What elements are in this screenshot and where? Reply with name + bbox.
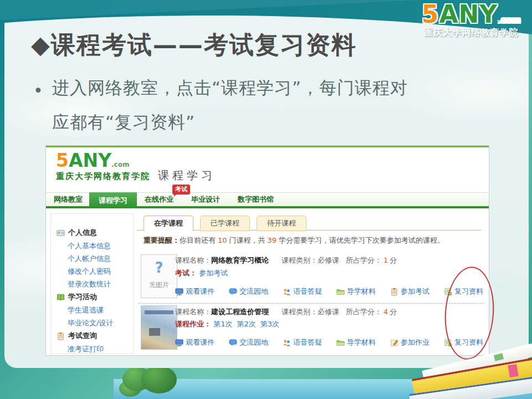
- credit-unit: 分: [390, 256, 397, 264]
- people-icon: [283, 339, 291, 347]
- portal-logo[interactable]: 5ANY.com 重庆大学网络教育学院: [56, 151, 150, 181]
- logo-com: .com: [498, 16, 521, 24]
- bullet-marker: •: [33, 81, 43, 100]
- credit-label: 所占学分：: [346, 256, 382, 264]
- clipboard-icon: [57, 332, 65, 340]
- course-name-label: 课程名称：: [175, 256, 211, 264]
- course1-exam-line: 考试： 参加考试: [175, 268, 487, 278]
- link-label: 参加考试: [401, 287, 429, 296]
- exam-label: 考试：: [175, 269, 197, 277]
- watch-courseware-link[interactable]: 观看课件: [175, 337, 214, 347]
- link-label: 交流园地: [239, 337, 268, 347]
- chat-bubble-icon: [229, 339, 237, 347]
- sidebar: 个人信息 个人基本信息 个人帐户信息 修改个人密码 登录次数统计 学习活动 学生…: [50, 213, 134, 354]
- course1-info-line: 课程名称：网络教育学习概论 课程类别：必修课 所占学分：1分: [175, 255, 487, 265]
- voice-qa-link[interactable]: 语音答疑: [283, 287, 322, 296]
- forum-link[interactable]: 交流园地: [229, 337, 268, 347]
- homework-1-link[interactable]: 第1次: [213, 319, 232, 329]
- logo-any: ANY: [439, 0, 498, 28]
- link-label: 导学材料: [347, 287, 376, 296]
- books-illustration: [393, 338, 532, 399]
- org-name: 重庆大学网络教育学院: [422, 28, 521, 37]
- sidebar-item-login-stats[interactable]: 登录次数统计: [51, 278, 133, 290]
- portal-screenshot: 5ANY.com 重庆大学网络教育学院 课程学习 网络教室 课程学习 在线作业 …: [45, 145, 489, 356]
- course-name: 建设工程造价管理: [211, 308, 269, 316]
- course-name: 网络教育学习概论: [211, 256, 269, 264]
- tab-finished-courses[interactable]: 已学课程: [200, 216, 250, 231]
- exam-badge: 考试: [172, 185, 190, 195]
- row-separator: [138, 303, 485, 304]
- course1-action-links: 观看课件 交流园地 语音答疑 导学材料 参加考试: [175, 287, 483, 296]
- notice-text: 你目前还有: [180, 236, 216, 244]
- sidebar-group-personal-info: 个人信息: [51, 226, 133, 239]
- monitor-icon: [175, 288, 183, 296]
- sidebar-item-drop-course[interactable]: 学生退选课: [51, 304, 133, 316]
- portal-page-title: 课程学习: [158, 168, 216, 183]
- link-label: 交流园地: [239, 287, 268, 296]
- homework-label: 课程作业：: [175, 320, 211, 328]
- credit-unit: 分: [390, 308, 397, 316]
- nav-item-graduation-design[interactable]: 毕业设计: [191, 195, 220, 204]
- link-label: 语音答疑: [293, 287, 322, 296]
- monitor-icon: [175, 339, 183, 347]
- homework-3-link[interactable]: 第3次: [260, 319, 279, 329]
- important-notice: 重要提醒：你目前还有10门课程，共39学分需要学习，请优先学习下次要参加考试的课…: [144, 236, 484, 245]
- credit-label: 所占学分：: [346, 308, 382, 316]
- voice-qa-link[interactable]: 语音答疑: [283, 337, 322, 347]
- notice-text: 学分需要学习，请优先学习下次要参加考试的课程。: [279, 236, 444, 244]
- sidebar-item-change-password[interactable]: 修改个人密码: [51, 265, 133, 278]
- nav-item-online-homework[interactable]: 在线作业: [145, 195, 173, 204]
- nav-item-course-study[interactable]: 课程学习: [89, 192, 137, 208]
- portal-top-strip: [46, 146, 489, 147]
- link-label: 导学材料: [347, 337, 376, 347]
- watch-courseware-link[interactable]: 观看课件: [175, 287, 214, 296]
- bullet-text-line2: 应都有“复习资料”: [52, 111, 195, 134]
- id-card-icon: [57, 229, 65, 237]
- folder-icon: [336, 288, 345, 296]
- course-name-label: 课程名称：: [175, 308, 211, 316]
- cover-detail: [149, 328, 160, 336]
- people-icon: [283, 288, 291, 296]
- credit-value: 4: [382, 308, 390, 316]
- brand-logo-text: 5ANY.com: [422, 2, 521, 27]
- tab-upcoming-courses[interactable]: 待开课程: [257, 216, 306, 231]
- sidebar-item-admission-ticket-print[interactable]: 准考证打印: [51, 342, 133, 355]
- question-mark: ?: [141, 260, 177, 275]
- notice-credit-count: 39: [265, 236, 279, 244]
- take-exam-link[interactable]: 参加考试: [199, 269, 228, 277]
- sidebar-item-account-info[interactable]: 个人帐户信息: [51, 252, 133, 265]
- sidebar-group-study-activity: 学习活动: [51, 290, 133, 304]
- homework-2-link[interactable]: 第2次: [237, 319, 255, 329]
- course-type: 必修课: [318, 308, 339, 316]
- tree-blob: [141, 366, 177, 393]
- brand-logo: 5ANY.com 重庆大学网络教育学院: [422, 2, 521, 37]
- bullet-text-line1: 进入网络教室，点击“课程学习”，每门课程对: [52, 76, 408, 100]
- course-thumbnail-no-image: ? 无图片: [141, 254, 177, 298]
- clipboard-icon: [390, 288, 398, 296]
- portal-logo-5: 5: [56, 150, 69, 171]
- island-illustration: [119, 365, 186, 393]
- course-cover-image: [141, 305, 177, 350]
- credit-value: 1: [382, 256, 390, 264]
- cover-title-strip: [145, 310, 173, 314]
- guide-materials-link[interactable]: 导学材料: [336, 287, 376, 296]
- notice-course-count: 10: [216, 236, 229, 244]
- logo-5: 5: [422, 0, 439, 28]
- course2-homework-line: 课程作业： 第1次 第2次 第3次: [175, 319, 487, 329]
- nav-item-classroom[interactable]: 网络教室: [54, 195, 83, 204]
- notice-prefix: 重要提醒：: [144, 236, 180, 244]
- course-type: 必修课: [318, 256, 339, 264]
- guide-materials-link[interactable]: 导学材料: [336, 337, 376, 347]
- sidebar-item-basic-info[interactable]: 个人基本信息: [51, 239, 133, 252]
- course-type-label: 课程类别：: [282, 256, 318, 264]
- nav-item-digital-library[interactable]: 数字图书馆: [238, 195, 274, 204]
- chat-bubble-icon: [229, 288, 237, 296]
- forum-link[interactable]: 交流园地: [229, 287, 268, 296]
- portal-org-name: 重庆大学网络教育学院: [56, 172, 150, 181]
- slide-title: ◆课程考试——考试复习资料: [31, 29, 357, 62]
- link-label: 观看课件: [186, 287, 214, 296]
- take-exam-action-link[interactable]: 参加考试: [390, 287, 429, 296]
- portal-main: 在学课程 已学课程 待开课程 重要提醒：你目前还有10门课程，共39学分需要学习…: [134, 210, 489, 355]
- sidebar-item-thesis-design[interactable]: 毕业论文/设计: [51, 316, 133, 329]
- tab-current-courses[interactable]: 在学课程: [144, 216, 193, 231]
